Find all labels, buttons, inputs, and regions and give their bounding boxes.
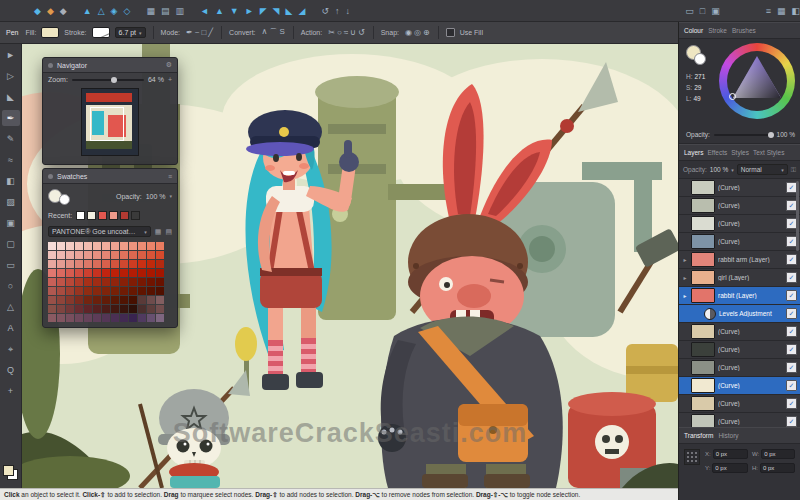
colour-swatch[interactable] (66, 251, 74, 259)
colour-swatch[interactable] (156, 269, 164, 277)
colour-swatch[interactable] (93, 242, 101, 250)
colour-swatch[interactable] (138, 251, 146, 259)
colour-swatch[interactable] (111, 296, 119, 304)
colour-swatch[interactable] (93, 296, 101, 304)
recent-swatch[interactable] (98, 211, 107, 220)
colour-swatch[interactable] (57, 251, 65, 259)
colour-swatch[interactable] (66, 287, 74, 295)
opacity-value[interactable]: 100 % (777, 131, 795, 138)
colour-swatch[interactable] (57, 269, 65, 277)
colour-swatch[interactable] (147, 242, 155, 250)
layer-row[interactable]: ▸girl (Layer)✓ (679, 269, 800, 287)
tab-text-styles[interactable]: Text Styles (753, 149, 784, 156)
colour-swatch[interactable] (75, 296, 83, 304)
colour-swatch[interactable] (48, 251, 56, 259)
colour-swatch[interactable] (66, 242, 74, 250)
layer-row[interactable]: (Curve)✓ (679, 341, 800, 359)
colour-swatch[interactable] (129, 251, 137, 259)
layer-opacity-value[interactable]: 100 % (710, 166, 728, 173)
colour-swatch[interactable] (129, 260, 137, 268)
colour-swatch[interactable] (111, 305, 119, 313)
colour-swatch[interactable] (93, 251, 101, 259)
ellipse-tool[interactable]: ○ (2, 278, 20, 294)
colour-swatch[interactable] (75, 260, 83, 268)
transform-field-value[interactable]: 0 px (760, 463, 795, 473)
canvas[interactable]: SoftwareCrackSeasti.com Navigator ⚙ Zoom… (22, 44, 678, 488)
colour-swatch[interactable] (138, 260, 146, 268)
grid-icon[interactable]: ▤ (161, 1, 170, 21)
stroke-colour-circle[interactable] (59, 194, 70, 205)
colour-swatch[interactable] (147, 260, 155, 268)
tab-effects[interactable]: Effects (708, 149, 728, 156)
navigator-panel-header[interactable]: Navigator ⚙ (43, 58, 177, 73)
colour-swatch[interactable] (66, 314, 74, 322)
colour-swatch[interactable] (75, 278, 83, 286)
snapping-icon[interactable]: ▦ (146, 1, 155, 21)
fill-stroke-selector[interactable] (686, 45, 706, 65)
vector-persona-icon[interactable]: ◆ (34, 1, 41, 21)
colour-swatch[interactable] (48, 260, 56, 268)
colour-swatch[interactable] (93, 314, 101, 322)
colour-swatch[interactable] (102, 269, 110, 277)
tab-layers[interactable]: Layers (684, 149, 704, 156)
recent-swatch[interactable] (87, 211, 96, 220)
colour-swatch[interactable] (156, 260, 164, 268)
transform-field-value[interactable]: 0 px (761, 449, 795, 459)
colour-swatch[interactable] (138, 278, 146, 286)
place-image-tool[interactable]: ▣ (2, 215, 20, 231)
panel-menu-icon[interactable]: ≡ (168, 173, 172, 180)
colour-swatch[interactable] (138, 242, 146, 250)
color-wheel[interactable] (719, 43, 795, 119)
view-rectangle[interactable] (90, 107, 124, 141)
layer-visibility-checkbox[interactable]: ✓ (786, 416, 797, 427)
colour-swatch[interactable] (120, 287, 128, 295)
tab-styles[interactable]: Styles (731, 149, 749, 156)
colour-swatch[interactable] (75, 242, 83, 250)
panel-options-icon[interactable] (48, 174, 53, 179)
colour-swatch[interactable] (156, 278, 164, 286)
layer-row[interactable]: (Curve)✓ (679, 359, 800, 377)
colour-swatch[interactable] (111, 260, 119, 268)
move-tool[interactable]: ► (2, 47, 20, 63)
layers-scrollbar[interactable] (796, 181, 799, 251)
colour-swatch[interactable] (57, 296, 65, 304)
move-up-icon[interactable]: ↑ (335, 1, 340, 21)
snap-all-icon[interactable]: ⊕ (422, 28, 431, 37)
colour-swatch[interactable] (138, 314, 146, 322)
saturation-triangle[interactable] (727, 51, 787, 111)
order-down-icon[interactable]: ◣ (286, 1, 293, 21)
lock-icon[interactable]: ⚿ (791, 166, 796, 174)
layer-visibility-checkbox[interactable]: ✓ (786, 308, 797, 319)
break-curve-icon[interactable]: ✂ (327, 28, 336, 37)
colour-swatch[interactable] (84, 251, 92, 259)
boolean-subtract-icon[interactable]: △ (98, 1, 105, 21)
smart-mode-icon[interactable]: ~ (194, 28, 201, 37)
tab-colour[interactable]: Colour (684, 27, 703, 34)
colour-swatch[interactable] (57, 278, 65, 286)
pixel-persona-icon[interactable]: ◆ (47, 1, 54, 21)
colour-swatch[interactable] (147, 296, 155, 304)
colour-swatch[interactable] (129, 278, 137, 286)
colour-swatch[interactable] (111, 269, 119, 277)
panel-options-icon[interactable] (48, 63, 53, 68)
order-front-icon[interactable]: ◤ (260, 1, 267, 21)
grid-view-icon[interactable]: ▦ (155, 228, 162, 236)
node-tool[interactable]: ▷ (2, 68, 20, 84)
colour-swatch[interactable] (93, 260, 101, 268)
boolean-divide-icon[interactable]: ◇ (124, 1, 131, 21)
colour-swatch[interactable] (138, 269, 146, 277)
recent-swatch[interactable] (109, 211, 118, 220)
navigator-thumbnail[interactable] (81, 88, 139, 156)
reverse-curves-icon[interactable]: ↺ (357, 28, 366, 37)
recent-swatch[interactable] (120, 211, 129, 220)
panels-toggle-icon[interactable]: ▦ (777, 1, 786, 21)
colour-swatch[interactable] (156, 314, 164, 322)
colour-swatch[interactable] (102, 287, 110, 295)
boolean-intersect-icon[interactable]: ◈ (111, 1, 118, 21)
layer-visibility-checkbox[interactable]: ✓ (786, 398, 797, 409)
layer-row[interactable]: (Curve)✓ (679, 215, 800, 233)
studio-menu-icon[interactable]: ≡ (766, 1, 771, 21)
gear-icon[interactable]: ⚙ (166, 61, 172, 69)
layer-row[interactable]: (Curve)✓ (679, 377, 800, 395)
colour-swatch[interactable] (57, 314, 65, 322)
